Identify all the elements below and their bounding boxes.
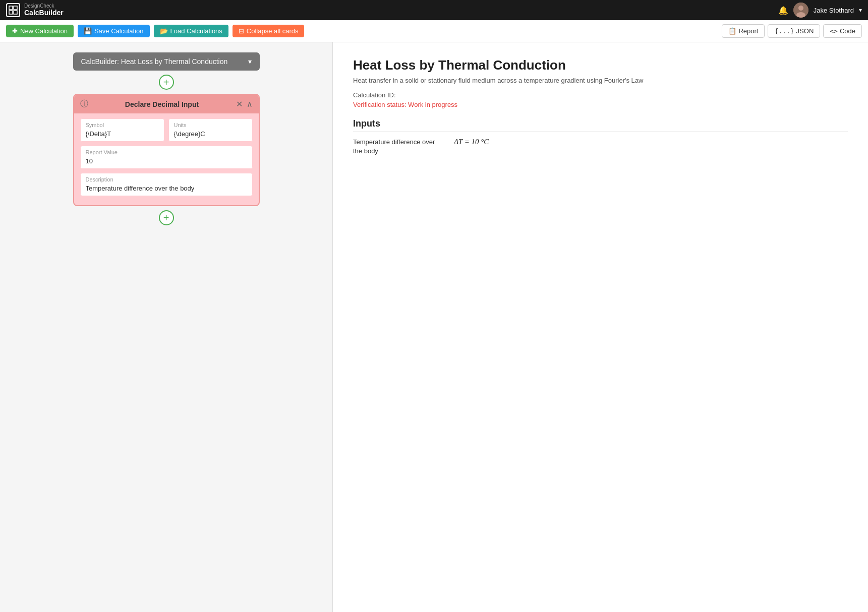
report-button[interactable]: 📋 Report [722,24,765,38]
add-above-button[interactable]: + [159,75,174,90]
symbol-input[interactable] [86,130,159,138]
description-label: Description [86,176,247,182]
input-formula-0: ΔT = 10 °C [454,138,489,146]
save-calculation-button[interactable]: 💾 Save Calculation [78,25,150,37]
notification-btn[interactable]: 🔔 [778,6,788,15]
report-status: Verification status: Work in progress [353,101,848,108]
card-close-button[interactable]: ✕ [236,99,243,109]
code-icon: <> [830,27,838,35]
description-field: Description [80,173,253,196]
svg-rect-2 [9,11,13,14]
logo-box [6,3,20,17]
topbar: DesignCheck CalcBuilder 🔔 Jake Stothard … [0,0,868,20]
report-icon: 📋 [728,27,736,35]
symbol-field: Symbol [80,118,164,142]
report-value-field: Report Value [80,146,253,169]
add-below-button[interactable]: + [159,210,174,225]
collapse-icon: ⊟ [239,27,244,35]
input-label-0: Temperature difference over the body [353,138,444,156]
input-row-0: Temperature difference over the body ΔT … [353,138,848,156]
units-input[interactable] [174,130,247,138]
new-calculation-button[interactable]: ✚ New Calculation [6,25,74,37]
collapse-all-button[interactable]: ⊟ Collapse all cards [233,25,305,37]
svg-point-5 [798,6,803,11]
card-title: Declare Decimal Input [88,100,236,108]
topbar-right: 🔔 Jake Stothard ▾ [778,3,862,18]
report-value-input[interactable] [86,157,247,165]
card-header-left: ⓘ [80,99,88,109]
user-name[interactable]: Jake Stothard [814,7,854,14]
card-body: Symbol Units Report Value Description [74,113,259,205]
inputs-section-title: Inputs [353,118,848,132]
toolbar: ✚ New Calculation 💾 Save Calculation 📂 L… [0,20,868,42]
calc-header-dropdown[interactable]: CalcBuilder: Heat Loss by Thermal Conduc… [73,52,260,71]
right-panel: Heat Loss by Thermal Conduction Heat tra… [333,42,868,612]
units-field: Units [168,118,253,142]
toolbar-right: 📋 Report {...} JSON <> Code [722,24,862,38]
app-brand: DesignCheck [24,3,64,9]
load-calculations-button[interactable]: 📂 Load Calculations [154,25,228,37]
app-title: CalcBuilder [24,9,64,17]
load-icon: 📂 [160,27,168,35]
user-menu-chevron[interactable]: ▾ [859,7,862,14]
topbar-left: DesignCheck CalcBuilder [6,3,64,17]
declare-decimal-card: ⓘ Declare Decimal Input ✕ ∧ Symbol Units [73,94,260,206]
left-panel: CalcBuilder: Heat Loss by Thermal Conduc… [0,42,333,612]
toolbar-left: ✚ New Calculation 💾 Save Calculation 📂 L… [6,25,304,37]
symbol-units-row: Symbol Units [80,118,253,142]
chevron-down-icon: ▾ [248,57,252,66]
code-button[interactable]: <> Code [823,24,862,38]
report-subtitle: Heat transfer in a solid or stationary f… [353,76,848,85]
card-header: ⓘ Declare Decimal Input ✕ ∧ [74,95,259,113]
report-calc-id: Calculation ID: [353,91,848,99]
svg-rect-1 [14,6,17,10]
info-icon: ⓘ [80,99,88,109]
main: CalcBuilder: Heat Loss by Thermal Conduc… [0,42,868,612]
save-icon: 💾 [84,27,92,35]
new-icon: ✚ [12,27,18,35]
avatar [793,3,808,18]
units-label: Units [174,122,247,128]
symbol-label: Symbol [86,122,159,128]
description-input[interactable] [86,185,247,192]
card-collapse-button[interactable]: ∧ [247,99,253,109]
svg-rect-3 [14,11,17,14]
calc-header-label: CalcBuilder: Heat Loss by Thermal Conduc… [81,57,228,66]
card-header-right: ✕ ∧ [236,99,253,109]
svg-rect-0 [9,6,13,10]
json-button[interactable]: {...} JSON [768,24,820,38]
json-icon: {...} [774,27,794,35]
report-title: Heat Loss by Thermal Conduction [353,57,848,73]
report-value-label: Report Value [86,149,247,155]
